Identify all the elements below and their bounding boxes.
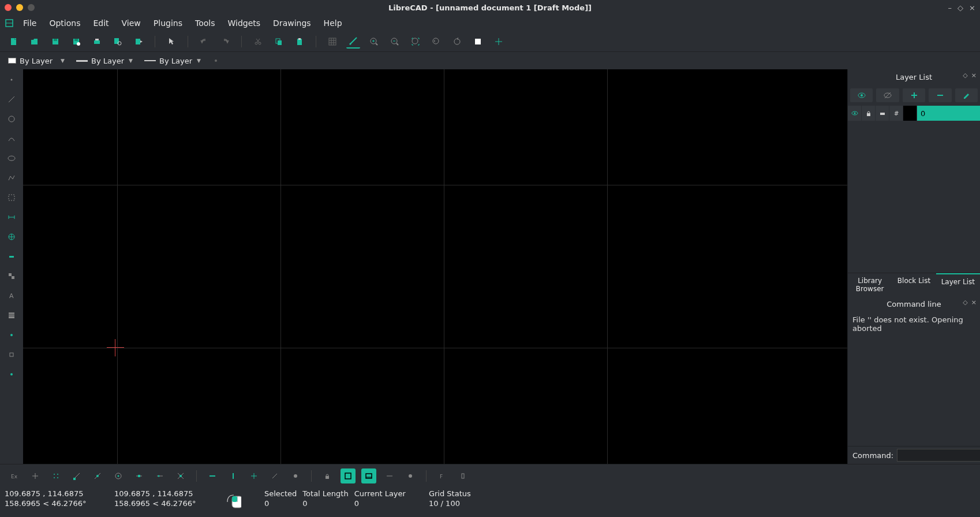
restore-icon[interactable]: ◇ bbox=[957, 3, 963, 12]
restrict-nothing-icon[interactable] bbox=[267, 468, 282, 483]
layer-add-icon[interactable] bbox=[903, 88, 925, 102]
zoom-in-icon[interactable] bbox=[367, 35, 381, 49]
menu-help[interactable]: Help bbox=[318, 16, 348, 30]
layer-remove-icon[interactable] bbox=[929, 88, 951, 102]
close-icon[interactable]: × bbox=[969, 3, 975, 12]
snap-endpoint-icon[interactable] bbox=[69, 468, 84, 483]
menu-edit[interactable]: Edit bbox=[87, 16, 114, 30]
layer-edit-icon[interactable] bbox=[955, 88, 978, 102]
tool-point-icon[interactable] bbox=[3, 72, 20, 88]
layer-color-swatch[interactable] bbox=[903, 106, 917, 121]
grid-toggle-icon[interactable] bbox=[326, 35, 339, 49]
open-file-icon[interactable] bbox=[28, 35, 42, 49]
tool-line-icon[interactable] bbox=[3, 91, 20, 107]
tool-block-icon[interactable] bbox=[3, 268, 20, 284]
draft-toggle-icon[interactable] bbox=[403, 468, 418, 483]
layer-construction-icon[interactable]: # bbox=[889, 106, 903, 121]
layer-print-icon[interactable] bbox=[876, 106, 889, 121]
statusbar-toggle-icon[interactable] bbox=[361, 468, 376, 483]
snap-middle-icon[interactable] bbox=[132, 468, 147, 483]
command-input[interactable] bbox=[897, 449, 980, 462]
maximize-window-icon[interactable] bbox=[28, 4, 35, 11]
tool-dimension-icon[interactable] bbox=[3, 209, 20, 225]
fullscreen-icon[interactable] bbox=[341, 468, 356, 483]
panel-float-icon[interactable]: ◇ bbox=[963, 72, 967, 79]
print-icon[interactable] bbox=[90, 35, 104, 49]
panel-close-icon[interactable]: × bbox=[971, 72, 977, 79]
layer-name[interactable]: 0 bbox=[917, 106, 980, 121]
zoom-out-icon[interactable] bbox=[388, 35, 402, 49]
panel-float-icon[interactable]: ◇ bbox=[963, 299, 967, 306]
tool-info-icon[interactable] bbox=[3, 248, 20, 265]
layer-lock-icon[interactable] bbox=[862, 106, 876, 121]
copy-icon[interactable] bbox=[272, 35, 286, 49]
tool-last-icon[interactable] bbox=[3, 366, 20, 382]
tab-library-browser[interactable]: Library Browser bbox=[848, 273, 892, 296]
menu-file[interactable]: File bbox=[17, 16, 42, 30]
menu-drawings[interactable]: Drawings bbox=[267, 16, 317, 30]
color-combo[interactable]: By Layer ▼ bbox=[5, 55, 68, 66]
tool-text-icon[interactable]: A bbox=[3, 288, 20, 304]
linewidth-swatch-icon bbox=[76, 60, 88, 62]
print-preview-icon[interactable] bbox=[111, 35, 125, 49]
minimize-icon[interactable]: – bbox=[948, 3, 952, 12]
snap-free-icon[interactable] bbox=[28, 468, 43, 483]
snap-grid-icon[interactable] bbox=[48, 468, 63, 483]
save-as-icon[interactable] bbox=[69, 35, 83, 49]
restrict-horizontal-icon[interactable] bbox=[205, 468, 220, 483]
draft-mode-icon[interactable] bbox=[346, 35, 360, 49]
cut-icon[interactable] bbox=[251, 35, 265, 49]
panel-close-icon[interactable]: × bbox=[971, 299, 977, 306]
menu-tools[interactable]: Tools bbox=[189, 16, 221, 30]
cursor-icon[interactable] bbox=[164, 35, 178, 49]
tool-ellipse-icon[interactable] bbox=[3, 150, 20, 166]
zoom-window-icon[interactable] bbox=[471, 35, 485, 49]
menu-plugins[interactable]: Plugins bbox=[148, 16, 188, 30]
tab-layer-list[interactable]: Layer List bbox=[936, 273, 980, 296]
menu-widgets[interactable]: Widgets bbox=[222, 16, 266, 30]
linewidth-combo[interactable]: By Layer ▼ bbox=[73, 55, 136, 66]
tool-image-icon[interactable] bbox=[3, 327, 20, 343]
layer-hide-all-icon[interactable] bbox=[876, 88, 899, 102]
zoom-redraw-icon[interactable] bbox=[450, 35, 464, 49]
close-window-icon[interactable] bbox=[5, 4, 12, 11]
snap-distance-icon[interactable] bbox=[152, 468, 167, 483]
snap-intersection-icon[interactable] bbox=[173, 468, 188, 483]
minimize-window-icon[interactable] bbox=[16, 4, 23, 11]
tab-block-list[interactable]: Block List bbox=[892, 273, 936, 296]
restrict-vertical-icon[interactable] bbox=[226, 468, 241, 483]
text-anchor-icon[interactable]: F bbox=[435, 468, 450, 483]
save-file-icon[interactable] bbox=[48, 35, 62, 49]
layer-row[interactable]: # 0 bbox=[848, 106, 980, 121]
snap-ex-icon[interactable]: Ex bbox=[7, 468, 22, 483]
tool-hatch-icon[interactable] bbox=[3, 307, 20, 323]
paste-icon[interactable] bbox=[293, 35, 306, 49]
property-pin-icon[interactable] bbox=[209, 54, 223, 68]
linetype-combo[interactable]: By Layer ▼ bbox=[141, 55, 204, 66]
restrict-ortho-icon[interactable] bbox=[246, 468, 261, 483]
zoom-auto-icon[interactable] bbox=[409, 35, 422, 49]
new-file-icon[interactable] bbox=[7, 35, 21, 49]
tool-circle-icon[interactable] bbox=[3, 111, 20, 127]
grid-toggle2-icon[interactable] bbox=[382, 468, 397, 483]
tool-curve-icon[interactable] bbox=[3, 131, 20, 147]
lock-relative-icon[interactable] bbox=[320, 468, 335, 483]
menu-view[interactable]: View bbox=[116, 16, 147, 30]
layer-show-all-icon[interactable] bbox=[850, 88, 873, 102]
menu-options[interactable]: Options bbox=[43, 16, 86, 30]
relative-zero-icon[interactable] bbox=[288, 468, 303, 483]
zoom-previous-icon[interactable] bbox=[429, 35, 443, 49]
undo-icon[interactable] bbox=[197, 35, 211, 49]
zoom-pan-icon[interactable] bbox=[492, 35, 506, 49]
tool-snap-icon[interactable] bbox=[3, 347, 20, 363]
tool-polyline-icon[interactable] bbox=[3, 170, 20, 186]
tool-select-icon[interactable] bbox=[3, 189, 20, 206]
layer-visible-icon[interactable] bbox=[848, 106, 862, 121]
export-icon[interactable] bbox=[132, 35, 145, 49]
snap-entity-icon[interactable] bbox=[90, 468, 105, 483]
drawing-canvas[interactable] bbox=[23, 69, 847, 464]
snap-center-icon[interactable] bbox=[111, 468, 126, 483]
redo-icon[interactable] bbox=[218, 35, 232, 49]
line-anchor-icon[interactable] bbox=[455, 468, 470, 483]
tool-modify-icon[interactable] bbox=[3, 229, 20, 245]
